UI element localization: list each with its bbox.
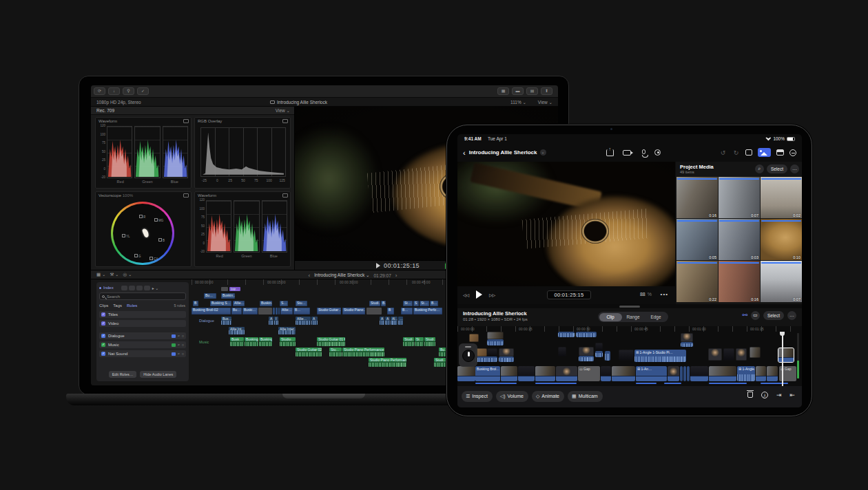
media-thumbnail[interactable]: 0:05 xyxy=(676,219,718,260)
timeline-clip[interactable]: ⊞ 1-Angle 1-Studio Pi… xyxy=(634,350,686,362)
timeline-clip[interactable] xyxy=(636,383,657,384)
jog-wheel-panel[interactable] xyxy=(459,343,477,367)
jog-handle[interactable] xyxy=(465,346,471,348)
mode-edge[interactable]: Edge xyxy=(645,313,668,321)
download-icon[interactable]: ↓ xyxy=(108,87,120,95)
pointer-tool-icon[interactable]: ▸ ⌄ xyxy=(152,286,159,290)
mode-range[interactable]: Range xyxy=(622,313,645,321)
timeline-clip[interactable] xyxy=(708,348,722,361)
more-icon[interactable]: … xyxy=(790,164,799,173)
timeline-clip[interactable]: B xyxy=(193,301,198,306)
timeline-clip[interactable] xyxy=(709,366,736,381)
mode-clip[interactable]: Clip xyxy=(599,313,622,321)
timeline-clip[interactable]: Busk… xyxy=(230,337,244,346)
scope-settings-icon[interactable] xyxy=(282,193,288,198)
media-thumbnail[interactable]: 0:16 xyxy=(676,177,718,218)
checkbox[interactable] xyxy=(101,343,105,347)
scope-settings-icon[interactable] xyxy=(183,193,189,198)
timeline-clip[interactable]: ▭ Gap xyxy=(578,366,600,381)
retime-menu-icon[interactable]: ◎ ⌄ xyxy=(123,272,132,277)
drag-handle[interactable] xyxy=(619,306,640,308)
timeline-clip[interactable]: Al… xyxy=(391,317,397,325)
jog-dial[interactable] xyxy=(462,350,475,362)
timeline-clip[interactable]: Allie… xyxy=(296,317,311,325)
delete-icon[interactable] xyxy=(747,392,753,398)
media-thumbnail[interactable]: 0:03 xyxy=(719,219,760,260)
timeline-clip[interactable] xyxy=(690,366,708,381)
timeline-clip[interactable]: Bu… xyxy=(204,293,216,299)
title-menu-icon[interactable]: ⌄ xyxy=(540,149,546,156)
timeline-clip[interactable] xyxy=(487,332,504,339)
inspect-button[interactable]: ☰Inspect xyxy=(462,391,493,402)
role-row[interactable]: Dialogue≈○ xyxy=(99,332,186,339)
checkbox[interactable] xyxy=(101,321,105,326)
timeline-clip[interactable]: Studio Guitar 01 P… xyxy=(317,337,345,346)
timeline-clip[interactable] xyxy=(687,366,690,381)
timeline-clip[interactable]: B… xyxy=(293,308,310,315)
waveform-icon[interactable]: ≈ xyxy=(178,352,180,356)
timeline-clip[interactable]: Studio… xyxy=(280,337,296,346)
timeline-clip[interactable] xyxy=(475,356,497,362)
keyer-icon[interactable] xyxy=(761,392,768,398)
timeline-clip[interactable] xyxy=(487,348,497,356)
role-row[interactable]: Music≈○ xyxy=(99,341,186,348)
scopes-view-dropdown[interactable]: View ⌄ xyxy=(276,107,290,115)
timeline-project-title[interactable]: Introducing Allie Sherlock ⌄ xyxy=(314,273,369,278)
import-icon[interactable]: ⟳ xyxy=(94,87,105,95)
ipad-timecode[interactable]: 00:01:25:15 xyxy=(547,290,591,299)
insert-icon[interactable]: ⇥ xyxy=(776,392,782,398)
timeline-clip[interactable]: Studio Guitar… xyxy=(317,308,341,315)
timeline-clip[interactable] xyxy=(258,308,272,315)
project-title[interactable]: Introducing Allie Sherlock xyxy=(469,149,537,156)
import-icon[interactable] xyxy=(606,149,614,156)
inspector-layout-icon[interactable]: ▤ xyxy=(526,87,538,95)
timeline-clip[interactable] xyxy=(750,347,761,358)
timeline-clip[interactable]: Studio Piano Performance xyxy=(342,348,384,356)
timeline-clip[interactable] xyxy=(668,366,679,381)
timeline-clip[interactable] xyxy=(681,342,693,347)
timeline-clip[interactable]: St… xyxy=(403,301,413,306)
timeline-clip[interactable]: Studi… xyxy=(424,337,435,346)
timeline-clip[interactable] xyxy=(457,366,475,381)
timeline-clip[interactable] xyxy=(579,356,594,361)
timeline-clip[interactable] xyxy=(221,287,228,291)
viewer-zoom-control[interactable]: 88% xyxy=(640,292,652,297)
timeline-clip[interactable] xyxy=(709,383,747,384)
timeline-clip[interactable] xyxy=(579,347,594,356)
timeline-layout-icon[interactable]: ▬ xyxy=(512,87,524,95)
timeline-clip[interactable] xyxy=(767,366,778,381)
next-project-icon[interactable]: › xyxy=(395,273,397,279)
tools-menu-icon[interactable]: ⚒ ⌄ xyxy=(110,272,118,277)
media-thumbnail[interactable]: 0:07 xyxy=(719,177,760,218)
timeline-clip[interactable] xyxy=(556,366,577,381)
role-row[interactable]: Nat Sound≈○ xyxy=(99,350,186,357)
timeline-clip[interactable]: A xyxy=(311,317,318,325)
timeline-clip[interactable] xyxy=(601,366,611,381)
timeline-clip[interactable]: B… xyxy=(430,301,438,306)
timeline-clip[interactable]: Allie… xyxy=(280,308,293,315)
timeline-clip[interactable]: Studi… xyxy=(369,301,380,306)
timeline-clip[interactable] xyxy=(475,383,517,384)
timeline-clip[interactable] xyxy=(681,333,693,342)
browser-layout-icon[interactable]: ▦ xyxy=(497,87,509,95)
timeline-clip[interactable] xyxy=(736,348,747,361)
timeline-clip[interactable] xyxy=(761,383,788,384)
timeline-clip[interactable] xyxy=(683,366,686,381)
clip-browser-icon[interactable]: ▭ xyxy=(751,311,760,320)
timeline-clip[interactable]: St… xyxy=(420,301,429,306)
timeline-clip[interactable] xyxy=(499,348,514,356)
timeline-clip[interactable] xyxy=(558,332,575,337)
volume-button[interactable]: ◁)Volume xyxy=(496,391,528,402)
timeline-clip[interactable] xyxy=(605,351,610,361)
waveform-icon[interactable]: ≈ xyxy=(178,334,180,338)
playhead[interactable] xyxy=(782,332,783,386)
timeline-clip[interactable] xyxy=(276,308,278,315)
media-browser-icon[interactable] xyxy=(758,148,771,157)
timeline-clip[interactable]: Buskin… xyxy=(221,293,235,299)
undo-icon[interactable]: ↺ xyxy=(719,149,727,156)
timeline-clip[interactable]: Busking… xyxy=(259,337,272,346)
solo-icon[interactable]: ○ xyxy=(182,343,184,347)
tasks-icon[interactable]: ✓ xyxy=(137,87,149,95)
timeline-clip[interactable]: Allie… xyxy=(233,301,245,306)
timeline-clip[interactable]: Allie Int… xyxy=(229,327,245,334)
